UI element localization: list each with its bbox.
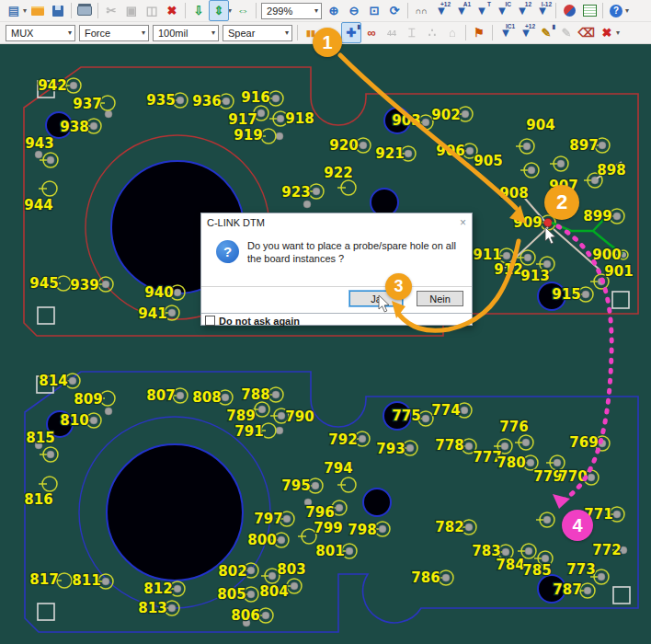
- nein-button[interactable]: Nein: [417, 291, 463, 306]
- testpoint-label: 917: [228, 111, 257, 128]
- web-globe-icon: [564, 5, 576, 17]
- toolbar-separator: [71, 3, 72, 18]
- lasso-icon[interactable]: ∞: [361, 22, 382, 43]
- testpoint-label: 900: [592, 247, 621, 263]
- testpoint-label: 796: [305, 504, 334, 521]
- align-middle-icon[interactable]: ⇕: [209, 0, 229, 21]
- web-globe-icon[interactable]: [559, 0, 579, 21]
- testpoint-label: 791: [234, 423, 263, 440]
- probe-plus12-icon[interactable]: ▼+12: [431, 0, 451, 21]
- pad-dot: [465, 523, 473, 531]
- testpoint-label: 916: [241, 89, 269, 106]
- eraser-icon[interactable]: ⌫: [577, 22, 597, 43]
- copy-icon[interactable]: ▣: [121, 0, 142, 21]
- probe-t-icon[interactable]: ▼T: [472, 0, 492, 21]
- toolbar-separator: [297, 25, 298, 40]
- measure-i12-icon[interactable]: ▼I-12: [532, 0, 553, 21]
- toolbar-separator: [492, 25, 493, 40]
- testpoint-label: 786: [411, 569, 440, 586]
- chevron-down-icon: ▾: [314, 6, 318, 15]
- testpoint-label: 784: [496, 557, 524, 573]
- pad-dot: [543, 260, 551, 268]
- pad-dot: [599, 440, 606, 447]
- delete-probe-icon[interactable]: ✖: [597, 22, 617, 43]
- help-icon[interactable]: ?: [606, 0, 626, 21]
- clink-dtm-window: 9429379389439449359369169179189199209219…: [0, 0, 651, 644]
- dialog-message: Do you want to place a probe/spare hole …: [247, 239, 466, 265]
- paste-icon[interactable]: ◫: [142, 0, 162, 21]
- testpoint-label: 817: [29, 571, 58, 588]
- new-file-icon[interactable]: ▤: [4, 0, 24, 21]
- pin-flag-icon[interactable]: ⚑: [469, 22, 489, 43]
- print-icon: [77, 6, 92, 16]
- testpoint-label: 923: [281, 184, 310, 201]
- align-bottom-icon[interactable]: ⇩: [188, 0, 209, 21]
- probe-12-icon[interactable]: ▼12: [512, 0, 532, 21]
- dialog-titlebar[interactable]: C-LINK DTM ×: [201, 213, 472, 231]
- testpoint-label: 808: [192, 389, 221, 406]
- tool-44-icon[interactable]: 44: [382, 22, 402, 43]
- save-icon[interactable]: [48, 0, 68, 21]
- print-icon[interactable]: [74, 0, 95, 21]
- delete-icon[interactable]: ✖: [162, 0, 182, 21]
- pad-dot: [174, 289, 181, 296]
- zoom-refresh-icon[interactable]: ⟳: [384, 0, 405, 21]
- toolbar-separator: [185, 3, 186, 18]
- testpoint-label: 799: [314, 520, 342, 536]
- pad-dot: [613, 213, 621, 220]
- orgchart-icon[interactable]: ∴: [422, 22, 442, 43]
- probe-a1-icon[interactable]: ▼A1: [451, 0, 472, 21]
- open-folder-icon[interactable]: [28, 0, 48, 21]
- testpoint-label: 805: [217, 586, 246, 603]
- probe-ic-icon[interactable]: ▼IC: [492, 0, 512, 21]
- help-icon: ?: [610, 5, 622, 17]
- pad-dot: [278, 412, 285, 420]
- grid-combo[interactable]: 100mil▾: [153, 25, 219, 41]
- probe-style-combo[interactable]: Spear▾: [223, 25, 292, 41]
- testpoint-label: 936: [192, 93, 221, 109]
- pin-plus12-icon[interactable]: ▼+12: [516, 22, 536, 43]
- pad-dot: [582, 291, 589, 298]
- testpoint-label: 903: [392, 112, 420, 129]
- zoom-out-icon[interactable]: ⊖: [344, 0, 364, 21]
- testpoint-label: 811: [72, 572, 100, 589]
- add-probe-icon[interactable]: ✚▮: [341, 22, 361, 43]
- testpoint-label: 806: [231, 607, 259, 624]
- testpoint-label: 776: [499, 419, 528, 435]
- force-combo[interactable]: Force▾: [79, 25, 149, 41]
- via-dot: [303, 201, 311, 208]
- pad-dot: [525, 547, 532, 555]
- dialog-title: C-LINK DTM: [207, 217, 265, 228]
- pad-dot: [168, 309, 176, 316]
- pad-dot: [346, 547, 353, 555]
- testpoint-label: 938: [60, 119, 88, 135]
- mux-combo[interactable]: MUX▾: [6, 25, 75, 41]
- pin-gray-icon[interactable]: ✎: [556, 22, 577, 43]
- pad-dot: [262, 612, 269, 619]
- toolbar-separator: [256, 3, 257, 18]
- zoom-level-combo[interactable]: 299%▾: [261, 3, 322, 19]
- pad-dot: [360, 142, 367, 149]
- stamp-icon[interactable]: ⌶: [402, 22, 422, 43]
- testpoint-label: 905: [474, 153, 502, 169]
- testpoint-label: 800: [247, 532, 276, 548]
- align-horizontal-icon[interactable]: ⇔: [233, 0, 253, 21]
- pad-dot: [272, 391, 280, 398]
- table-icon[interactable]: [579, 0, 600, 21]
- cut-icon[interactable]: ✂: [101, 0, 121, 21]
- chevron-down-icon: ▾: [285, 29, 289, 37]
- testpoint-label: 919: [234, 127, 262, 144]
- pad-dot: [177, 392, 184, 399]
- testpoint-label: 807: [146, 387, 175, 404]
- pad-dot: [168, 604, 176, 612]
- close-icon[interactable]: ×: [460, 216, 466, 229]
- pin-pencil-icon[interactable]: ✎▮: [536, 22, 556, 43]
- testpoint-label: 769: [569, 434, 598, 451]
- pin-ic1-icon[interactable]: ▼IC1: [496, 22, 516, 43]
- testpoint-label: 774: [431, 402, 460, 419]
- zoom-in-icon[interactable]: ⊕: [324, 0, 344, 21]
- find-binoculars-icon[interactable]: ∩∩: [411, 0, 431, 21]
- do-not-ask-checkbox[interactable]: [205, 316, 215, 326]
- briefcase-icon[interactable]: ⌂: [442, 22, 463, 43]
- zoom-window-icon[interactable]: ⊡: [364, 0, 384, 21]
